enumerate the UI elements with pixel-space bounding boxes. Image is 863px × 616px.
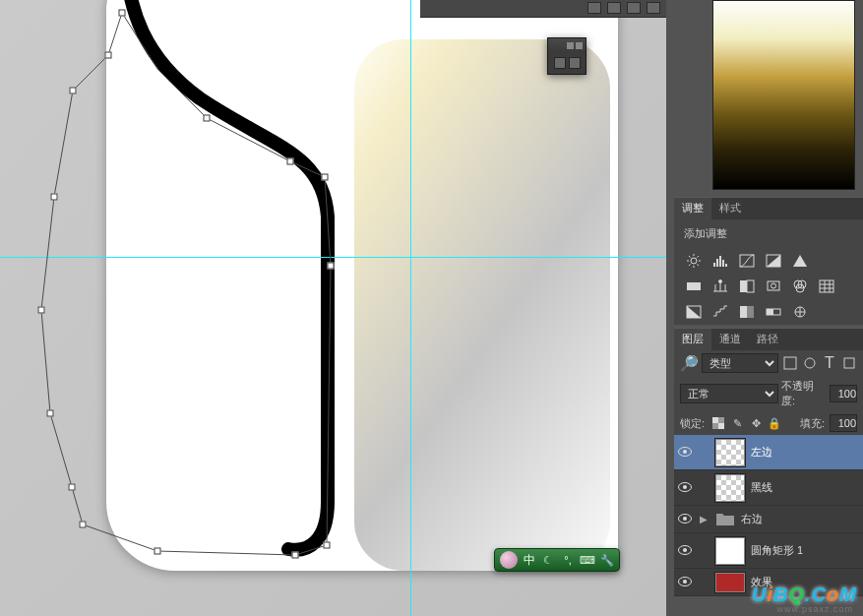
path-anchor[interactable]	[38, 307, 45, 314]
path-anchor[interactable]	[51, 194, 58, 201]
path-anchor[interactable]	[328, 263, 335, 270]
color-picker-spectrum[interactable]	[712, 0, 855, 190]
blend-mode-select[interactable]: 正常	[680, 384, 778, 403]
palette-btn-2[interactable]	[569, 57, 581, 69]
layer-name[interactable]: 圆角矩形 1	[751, 543, 861, 558]
brightness-icon[interactable]	[684, 252, 704, 270]
layer-row[interactable]: 左边	[674, 435, 863, 470]
wrench-icon[interactable]: 🔧	[600, 553, 614, 567]
svg-rect-18	[740, 280, 747, 292]
ime-logo-icon	[500, 551, 518, 569]
layer-name[interactable]: 效果	[751, 575, 861, 589]
color-balance-icon[interactable]	[710, 277, 730, 295]
options-icon[interactable]	[627, 2, 641, 14]
layer-name[interactable]: 右边	[741, 512, 861, 526]
layer-row[interactable]: 圆角矩形 1	[674, 533, 863, 569]
svg-rect-31	[740, 306, 747, 318]
tab-styles[interactable]: 样式	[711, 198, 749, 219]
fill-input[interactable]	[830, 414, 857, 432]
selective-color-icon[interactable]	[790, 303, 810, 321]
path-anchor[interactable]	[80, 522, 87, 528]
options-icon[interactable]	[647, 2, 660, 14]
threshold-icon[interactable]	[737, 303, 757, 321]
ime-language-label[interactable]: 中	[524, 552, 535, 569]
filter-kind-select[interactable]: 类型	[702, 353, 778, 373]
filter-adjust-icon[interactable]	[802, 354, 818, 372]
visibility-toggle[interactable]	[676, 514, 694, 525]
filter-shape-icon[interactable]	[841, 354, 857, 372]
add-adjustment-label: 添加调整	[674, 219, 863, 248]
layer-name[interactable]: 左边	[751, 445, 861, 460]
lock-all-icon[interactable]: 🔒	[768, 416, 781, 430]
options-icon[interactable]	[587, 2, 601, 14]
tab-paths[interactable]: 路径	[749, 329, 786, 350]
options-icon[interactable]	[607, 2, 621, 14]
layer-row[interactable]: 效果	[674, 569, 863, 596]
path-anchor[interactable]	[70, 88, 77, 94]
path-anchor[interactable]	[287, 158, 294, 165]
guide-vertical[interactable]	[410, 0, 411, 616]
path-anchor[interactable]	[69, 484, 76, 491]
visibility-toggle[interactable]	[676, 447, 694, 459]
channel-mixer-icon[interactable]	[790, 277, 810, 295]
search-icon[interactable]: 🔎	[680, 354, 698, 372]
svg-rect-12	[722, 260, 724, 267]
tab-layers[interactable]: 图层	[674, 329, 711, 350]
filter-pixel-icon[interactable]	[782, 354, 798, 372]
path-anchor[interactable]	[47, 410, 54, 417]
svg-rect-43	[718, 423, 724, 429]
canvas-viewport[interactable]: 中 ☾ °, ⌨ 🔧	[0, 0, 666, 616]
curves-icon[interactable]	[737, 252, 757, 270]
invert-icon[interactable]	[684, 303, 704, 321]
collapse-icon[interactable]	[567, 42, 574, 49]
svg-point-0	[691, 258, 697, 264]
lock-pixels-icon[interactable]: ✎	[730, 416, 744, 430]
svg-line-8	[698, 256, 700, 258]
posterize-icon[interactable]	[710, 303, 730, 321]
ime-language-bar[interactable]: 中 ☾ °, ⌨ 🔧	[494, 548, 620, 572]
lookup-icon[interactable]	[817, 277, 836, 295]
tab-channels[interactable]: 通道	[711, 329, 749, 350]
gradient-map-icon[interactable]	[764, 303, 783, 321]
guide-horizontal[interactable]	[0, 257, 666, 258]
layer-thumbnail[interactable]	[715, 537, 745, 565]
path-anchor[interactable]	[322, 174, 329, 181]
close-icon[interactable]	[576, 42, 583, 49]
path-anchor[interactable]	[324, 542, 331, 549]
keyboard-icon[interactable]: ⌨	[581, 553, 594, 567]
opacity-label: 不透明度:	[781, 379, 827, 408]
path-anchor[interactable]	[154, 548, 161, 555]
vibrance-icon[interactable]	[790, 252, 810, 270]
levels-icon[interactable]	[710, 252, 730, 270]
layer-name[interactable]: 黑线	[751, 480, 861, 495]
photo-filter-icon[interactable]	[764, 277, 783, 295]
lock-transparency-icon[interactable]	[711, 416, 725, 430]
palette-btn-1[interactable]	[554, 57, 566, 69]
svg-point-45	[683, 450, 687, 454]
layer-thumbnail[interactable]	[715, 474, 745, 502]
tab-adjustments[interactable]: 调整	[674, 198, 711, 219]
path-anchor[interactable]	[204, 115, 211, 122]
layer-row[interactable]: 黑线	[674, 470, 863, 506]
filter-type-icon[interactable]: T	[822, 354, 837, 372]
floating-mini-palette[interactable]	[547, 37, 586, 75]
path-anchor[interactable]	[119, 10, 126, 17]
layer-thumbnail[interactable]	[715, 439, 745, 466]
svg-rect-13	[725, 264, 727, 267]
exposure-icon[interactable]	[764, 252, 783, 270]
visibility-toggle[interactable]	[676, 545, 694, 557]
punct-icon[interactable]: °,	[561, 553, 575, 567]
bw-icon[interactable]	[737, 277, 757, 295]
svg-point-53	[683, 580, 687, 584]
opacity-input[interactable]	[830, 385, 857, 402]
lock-position-icon[interactable]: ✥	[749, 416, 763, 430]
visibility-toggle[interactable]	[676, 482, 694, 494]
visibility-toggle[interactable]	[676, 577, 694, 588]
path-anchor[interactable]	[105, 52, 112, 59]
path-anchor[interactable]	[292, 552, 299, 559]
hue-icon[interactable]	[684, 277, 704, 295]
layer-thumbnail[interactable]	[715, 573, 745, 592]
twirl-icon[interactable]: ▶	[700, 514, 709, 524]
moon-icon[interactable]: ☾	[541, 553, 555, 567]
layer-row-group[interactable]: ▶ 右边	[674, 506, 863, 533]
